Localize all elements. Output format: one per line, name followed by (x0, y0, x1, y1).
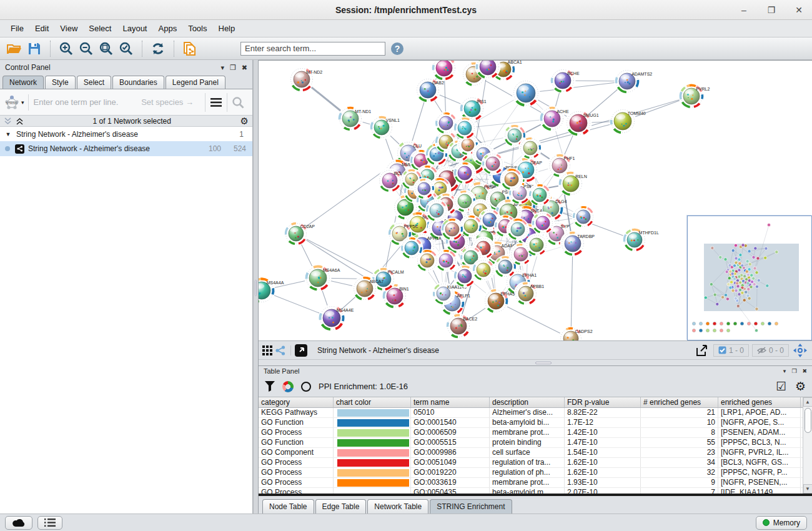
tab-string-enrichment[interactable]: STRING Enrichment (430, 499, 512, 514)
network-node[interactable] (519, 137, 542, 160)
grid-mode-icon[interactable] (262, 345, 272, 355)
menu-item-file[interactable]: File (5, 21, 29, 36)
save-session-icon[interactable] (26, 41, 42, 57)
network-node[interactable]: MS4A4A (259, 277, 284, 304)
network-node[interactable] (507, 218, 530, 241)
network-node[interactable]: EPHA5 (483, 289, 515, 314)
network-node[interactable]: ADAMTS2 (615, 69, 653, 94)
set-species-hint[interactable]: Set species → (141, 97, 200, 107)
table-panel-float-icon[interactable]: ❒ (791, 369, 796, 374)
network-node[interactable] (500, 168, 523, 191)
table-row[interactable]: GO FunctionGO:0001540beta-amyloid bi...1… (259, 418, 803, 428)
network-node[interactable] (528, 184, 552, 207)
birds-eye-view[interactable] (687, 216, 812, 340)
birdseye-toggle-icon[interactable] (792, 342, 808, 359)
network-node[interactable]: MTHFD1L (623, 228, 659, 252)
table-row[interactable]: GO ProcessGO:0019220regulation of ph...1… (259, 468, 803, 478)
menu-item-select[interactable]: Select (83, 21, 117, 36)
zoom-fit-icon[interactable] (98, 41, 114, 57)
network-collection-row[interactable]: ▼ String Network - Alzheimer's disease 1 (0, 127, 252, 141)
tab-select[interactable]: Select (77, 76, 111, 89)
network-node[interactable] (413, 178, 435, 200)
table-panel-close-icon[interactable]: ✖ (802, 369, 807, 374)
menu-item-apps[interactable]: Apps (153, 21, 183, 36)
network-node[interactable]: TOMM40 (610, 108, 646, 135)
scrollbar-thumb[interactable] (805, 408, 811, 433)
column-header-5[interactable]: # enriched genes (641, 397, 718, 407)
column-header-0[interactable]: category (259, 397, 334, 407)
column-header-1[interactable]: chart color (334, 397, 411, 407)
scroll-up-icon[interactable]: ▲ (803, 397, 812, 407)
tab-style[interactable]: Style (45, 76, 76, 89)
network-node[interactable]: MT-ND1 (338, 106, 372, 132)
network-node[interactable] (441, 218, 464, 241)
network-node[interactable]: RELN (558, 171, 587, 197)
network-node[interactable] (453, 117, 477, 140)
network-node[interactable] (572, 206, 595, 229)
tab-legend-panel[interactable]: Legend Panel (166, 76, 225, 89)
maximize-button[interactable]: ❐ (765, 5, 778, 15)
memory-button[interactable]: Memory (756, 516, 807, 530)
scroll-down-icon[interactable]: ▼ (803, 484, 812, 494)
zoom-out-icon[interactable] (78, 41, 94, 57)
network-node[interactable]: GAB2 (415, 77, 444, 103)
table-panel-menu-icon[interactable]: ▾ (783, 369, 786, 374)
menu-item-edit[interactable]: Edit (29, 21, 54, 36)
network-node[interactable]: CADPS2 (559, 327, 593, 341)
network-node[interactable]: TARDBP (560, 231, 595, 257)
menu-item-view[interactable]: View (54, 21, 83, 36)
network-canvas[interactable]: MT-ND2MT-ND1VSNL1GAB2IRS1CHATABCA1BCHEAC… (259, 60, 812, 340)
menu-item-help[interactable]: Help (213, 21, 241, 36)
network-row-selected[interactable]: String Network - Alzheimer's disease 100… (0, 141, 252, 156)
network-node[interactable]: PVRL2 (679, 84, 710, 109)
panel-float-icon[interactable]: ❒ (230, 64, 236, 71)
column-header-3[interactable]: description (490, 397, 565, 407)
ring-chart-icon[interactable] (301, 382, 311, 392)
network-node[interactable] (525, 234, 548, 257)
chart-icon[interactable] (282, 381, 294, 392)
menu-item-tools[interactable]: Tools (182, 21, 212, 36)
zoom-selected-icon[interactable] (118, 41, 134, 57)
collapse-all-icon[interactable] (4, 117, 12, 125)
help-icon[interactable]: ? (389, 41, 405, 57)
open-file-icon[interactable] (6, 41, 22, 57)
network-node[interactable] (453, 162, 477, 185)
export-view-icon[interactable] (693, 342, 710, 359)
table-settings-gear-icon[interactable]: ⚙ (795, 379, 806, 394)
tab-edge-table[interactable]: Edge Table (315, 499, 367, 514)
network-node[interactable]: MT-ND2 (289, 67, 323, 92)
panel-menu-icon[interactable]: ▾ (220, 64, 224, 71)
network-node[interactable] (532, 212, 555, 235)
cloud-button[interactable] (5, 516, 32, 530)
network-node[interactable]: SMUG1 (565, 110, 599, 137)
vertical-splitter[interactable] (253, 60, 259, 514)
tab-network[interactable]: Network (2, 76, 44, 89)
menu-item-layout[interactable]: Layout (117, 21, 152, 36)
network-node[interactable]: ACHE (540, 106, 569, 132)
network-node[interactable]: BCHE (550, 68, 580, 94)
string-options-icon[interactable] (205, 98, 227, 107)
network-node[interactable] (472, 259, 495, 282)
refresh-icon[interactable] (150, 41, 166, 57)
network-node[interactable] (425, 199, 448, 222)
tab-network-table[interactable]: Network Table (367, 499, 428, 514)
network-node[interactable] (482, 152, 505, 176)
table-scrollbar[interactable]: ▲ ▼ (803, 397, 812, 494)
network-options-gear-icon[interactable]: ⚙ (240, 116, 249, 127)
table-row[interactable]: GO ProcessGO:0050435beta-amyloid m...2.0… (259, 488, 803, 494)
copy-network-icon[interactable] (182, 41, 198, 57)
string-logo-icon[interactable]: STRING ▾ (4, 94, 29, 111)
minimize-button[interactable]: – (737, 5, 751, 15)
table-row[interactable]: GO ComponentGO:0009986cell surface1.54E-… (259, 448, 803, 458)
network-node[interactable]: BACE2 (446, 314, 478, 339)
network-node[interactable] (512, 79, 540, 107)
task-list-button[interactable] (37, 516, 62, 530)
filter-icon[interactable] (265, 381, 275, 392)
table-row[interactable]: GO ProcessGO:0006509membrane prot...1.42… (259, 428, 803, 438)
table-row[interactable]: KEGG Pathways05010Alzheimer's dise...8.8… (259, 408, 803, 418)
detach-view-icon[interactable] (294, 344, 308, 357)
network-node[interactable]: APBB1 (514, 282, 545, 306)
network-node[interactable] (432, 61, 457, 81)
column-header-2[interactable]: term name (411, 397, 490, 407)
tree-caret-icon[interactable]: ▼ (0, 131, 16, 137)
